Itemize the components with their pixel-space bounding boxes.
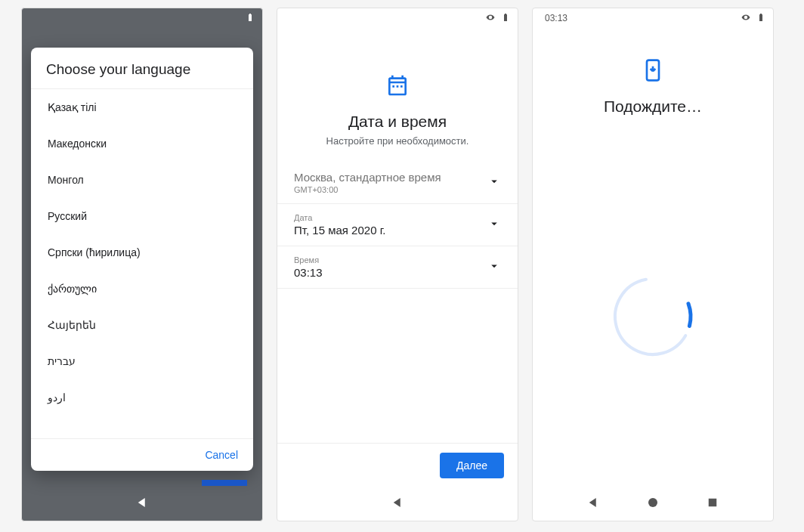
timezone-sub: GMT+03:00 (294, 185, 441, 194)
loading-spinner (608, 271, 698, 362)
language-item[interactable]: Русский (31, 198, 253, 234)
chevron-down-icon (487, 175, 501, 191)
navbar (22, 487, 262, 521)
timezone-value: Москва, стандартное время (294, 171, 441, 184)
time-row[interactable]: Время 03:13 (277, 246, 518, 289)
statusbar (22, 8, 262, 28)
page-title: Дата и время (292, 113, 502, 131)
language-item[interactable]: اردو (31, 379, 253, 416)
back-icon[interactable] (135, 496, 149, 512)
page-title: Подождите… (548, 97, 758, 116)
language-item[interactable]: Македонски (31, 125, 253, 162)
language-item[interactable]: Монгол (31, 162, 253, 198)
language-item[interactable]: ქართული (31, 271, 253, 307)
status-time: 03:13 (545, 13, 567, 23)
eye-icon (741, 11, 750, 25)
navbar (277, 487, 518, 521)
language-list[interactable]: Қазақ тілі Македонски Монгол Русский Срп… (31, 89, 253, 438)
screen-date-time: Дата и время Настройте при необходимости… (277, 8, 518, 521)
accent-bar (202, 480, 247, 486)
svg-point-2 (608, 271, 698, 362)
back-icon[interactable] (391, 496, 404, 512)
eye-icon (486, 11, 495, 25)
language-item[interactable]: Српски (ћирилица) (31, 234, 253, 271)
language-item[interactable]: Հայերեն (31, 307, 253, 343)
timezone-row[interactable]: Москва, стандартное время GMT+03:00 (277, 162, 518, 204)
statusbar (277, 8, 518, 28)
chevron-down-icon (487, 217, 501, 234)
language-item[interactable]: Қазақ тілі (31, 89, 253, 125)
language-modal: Choose your language Қазақ тілі Македонс… (31, 48, 253, 471)
back-icon[interactable] (586, 496, 600, 512)
footer-bar: Далее (277, 443, 518, 487)
modal-footer: Cancel (31, 438, 253, 471)
heading-block: Подождите… (533, 28, 773, 128)
statusbar: 03:13 (533, 8, 773, 28)
screen-language-chooser: Choose your language Қазақ тілі Македонс… (21, 8, 263, 521)
battery-icon (246, 11, 255, 25)
calendar-icon (292, 43, 502, 113)
next-button[interactable]: Далее (440, 453, 504, 478)
modal-title: Choose your language (31, 48, 253, 89)
navbar (533, 487, 773, 521)
recents-icon[interactable] (706, 496, 719, 512)
time-value: 03:13 (294, 266, 323, 279)
battery-icon (501, 11, 510, 25)
svg-point-3 (648, 498, 657, 507)
chevron-down-icon (487, 259, 501, 276)
settings-list: Москва, стандартное время GMT+03:00 Дата… (277, 154, 518, 289)
cancel-button[interactable]: Cancel (205, 449, 238, 461)
date-label: Дата (294, 213, 385, 222)
battery-icon (756, 11, 765, 25)
language-item[interactable]: עברית (31, 343, 253, 379)
date-row[interactable]: Дата Пт, 15 мая 2020 г. (277, 204, 518, 246)
screen-waiting: 03:13 Подождите… (532, 8, 774, 521)
date-value: Пт, 15 мая 2020 г. (294, 224, 385, 237)
heading-block: Дата и время Настройте при необходимости… (277, 28, 518, 154)
home-icon[interactable] (646, 496, 660, 512)
svg-rect-4 (709, 499, 717, 507)
page-subtitle: Настройте при необходимости. (292, 135, 502, 147)
time-label: Время (294, 255, 323, 264)
download-icon (548, 28, 758, 97)
svg-point-1 (608, 271, 698, 362)
